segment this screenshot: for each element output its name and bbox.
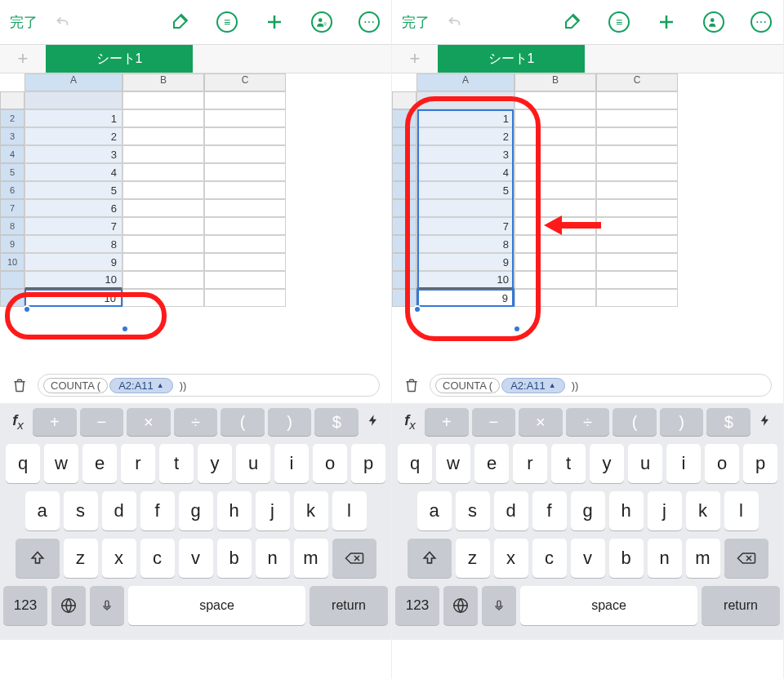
col-header-C[interactable]: C: [204, 73, 286, 91]
op-key-rparen[interactable]: ): [660, 408, 704, 436]
col-header-A[interactable]: A: [24, 73, 122, 91]
key-y[interactable]: y: [590, 444, 624, 483]
filter-icon[interactable]: ≡: [215, 10, 239, 34]
key-o[interactable]: o: [705, 444, 739, 483]
cell[interactable]: 4: [24, 163, 122, 181]
op-key-minus[interactable]: −: [472, 408, 516, 436]
backspace-key[interactable]: [332, 539, 376, 578]
row-header[interactable]: 9: [0, 235, 24, 253]
formula-input[interactable]: COUNTA ( A2:A11 ▲ )): [430, 374, 772, 397]
op-key-rparen[interactable]: ): [268, 408, 312, 436]
numbers-key[interactable]: 123: [395, 586, 439, 625]
key-w[interactable]: w: [44, 444, 78, 483]
key-j[interactable]: j: [648, 491, 682, 530]
return-key[interactable]: return: [310, 586, 388, 625]
key-i[interactable]: i: [274, 444, 309, 483]
add-sheet-button[interactable]: +: [0, 45, 46, 73]
active-cell[interactable]: 10: [24, 289, 122, 307]
trash-icon[interactable]: [403, 376, 421, 394]
key-y[interactable]: y: [198, 444, 232, 483]
key-s[interactable]: s: [64, 491, 98, 530]
key-v[interactable]: v: [571, 539, 605, 578]
col-header-C[interactable]: C: [596, 73, 678, 91]
op-key-plus[interactable]: +: [425, 408, 469, 436]
cell[interactable]: 2: [416, 127, 514, 145]
key-n[interactable]: n: [648, 539, 682, 578]
filter-icon[interactable]: ≡: [607, 10, 631, 34]
key-d[interactable]: d: [494, 491, 528, 530]
row-header[interactable]: [0, 91, 24, 109]
key-h[interactable]: h: [609, 491, 644, 530]
mic-key[interactable]: [90, 586, 124, 625]
cell[interactable]: 10: [24, 271, 122, 289]
selection-handle[interactable]: [23, 305, 31, 313]
key-k[interactable]: k: [686, 491, 720, 530]
key-o[interactable]: o: [313, 444, 347, 483]
op-key-lparen[interactable]: (: [612, 408, 657, 436]
key-v[interactable]: v: [179, 539, 213, 578]
key-a[interactable]: a: [417, 491, 452, 530]
mic-key[interactable]: [482, 586, 516, 625]
key-w[interactable]: w: [436, 444, 470, 483]
cell[interactable]: 9: [24, 253, 122, 271]
key-l[interactable]: l: [332, 491, 367, 530]
key-c[interactable]: c: [140, 539, 175, 578]
row-header[interactable]: 5: [0, 163, 24, 181]
col-header-B[interactable]: B: [122, 73, 204, 91]
key-g[interactable]: g: [179, 491, 213, 530]
key-h[interactable]: h: [217, 491, 252, 530]
op-key-div[interactable]: ÷: [174, 408, 218, 436]
shift-key[interactable]: [16, 539, 60, 578]
key-m[interactable]: m: [686, 539, 720, 578]
backspace-key[interactable]: [724, 539, 768, 578]
key-p[interactable]: p: [743, 444, 777, 483]
key-f[interactable]: f: [140, 491, 175, 530]
cell[interactable]: 7: [416, 217, 514, 235]
row-header[interactable]: [0, 271, 24, 289]
cell[interactable]: 4: [416, 163, 514, 181]
cell[interactable]: [24, 91, 122, 109]
more-icon[interactable]: ⋯: [357, 10, 381, 34]
key-u[interactable]: u: [628, 444, 662, 483]
active-cell[interactable]: 9: [416, 289, 514, 307]
bolt-icon[interactable]: [362, 412, 385, 433]
op-key-dollar[interactable]: $: [706, 408, 751, 436]
col-header-B[interactable]: B: [514, 73, 596, 91]
paint-icon[interactable]: [167, 10, 192, 34]
key-r[interactable]: r: [121, 444, 155, 483]
key-k[interactable]: k: [294, 491, 328, 530]
cell[interactable]: 1: [416, 109, 514, 127]
row-header[interactable]: 7: [0, 199, 24, 217]
col-header-A[interactable]: A: [416, 73, 514, 91]
key-q[interactable]: q: [6, 444, 40, 483]
cell[interactable]: 3: [416, 145, 514, 163]
range-pill[interactable]: A2:A11 ▲: [109, 378, 173, 393]
cell[interactable]: 6: [24, 199, 122, 217]
share-icon[interactable]: [702, 10, 726, 34]
numbers-key[interactable]: 123: [3, 586, 47, 625]
key-l[interactable]: l: [724, 491, 759, 530]
cell[interactable]: [204, 91, 286, 109]
key-a[interactable]: a: [25, 491, 60, 530]
key-z[interactable]: z: [64, 539, 98, 578]
share-icon[interactable]: [310, 10, 334, 34]
cell[interactable]: 8: [416, 235, 514, 253]
cell[interactable]: 5: [416, 181, 514, 199]
key-t[interactable]: t: [551, 444, 586, 483]
cell[interactable]: 5: [24, 181, 122, 199]
globe-key[interactable]: [51, 586, 86, 625]
fx-button[interactable]: fx: [399, 412, 421, 432]
key-p[interactable]: p: [351, 444, 385, 483]
formula-input[interactable]: COUNTA ( A2:A11 ▲ )): [38, 374, 380, 397]
plus-icon[interactable]: [654, 10, 679, 34]
selection-handle[interactable]: [121, 325, 129, 333]
row-header[interactable]: 8: [0, 217, 24, 235]
key-m[interactable]: m: [294, 539, 328, 578]
row-header[interactable]: 4: [0, 145, 24, 163]
range-pill[interactable]: A2:A11 ▲: [501, 378, 565, 393]
more-icon[interactable]: ⋯: [749, 10, 773, 34]
key-d[interactable]: d: [102, 491, 136, 530]
key-s[interactable]: s: [456, 491, 490, 530]
key-b[interactable]: b: [609, 539, 644, 578]
globe-key[interactable]: [443, 586, 478, 625]
